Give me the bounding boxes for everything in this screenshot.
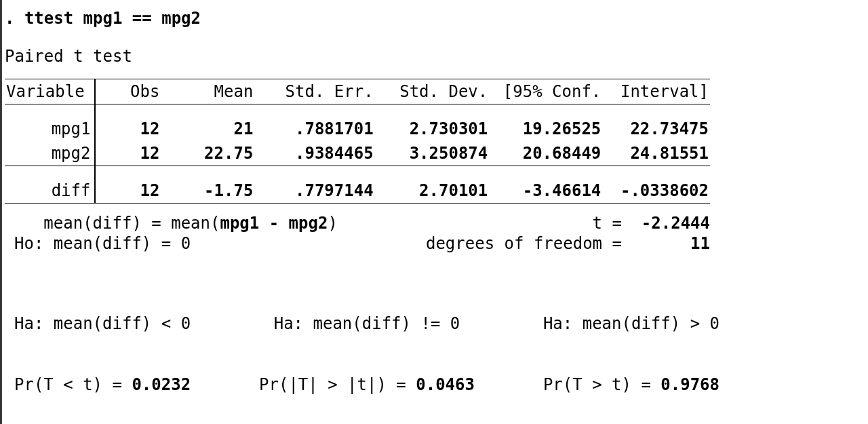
cell: .7797144 — [260, 178, 380, 204]
col-variable: Variable — [5, 79, 95, 104]
col-se: Std. Err. — [260, 79, 380, 104]
null-hypothesis: Ho: mean(diff) = 0 — [14, 233, 191, 254]
cell: 12 — [95, 117, 166, 141]
cell: .9384465 — [260, 141, 380, 166]
equation-block: mean(diff) = mean(mpg1 - mpg2) t = -2.24… — [5, 213, 710, 254]
cell: 24.81551 — [601, 141, 710, 166]
cell: -1.75 — [166, 178, 260, 204]
command-line: . ttest mpg1 == mpg2 — [5, 8, 861, 28]
cell: 3.250874 — [380, 141, 495, 166]
ha-line: Ha: mean(diff) > 0 — [543, 313, 719, 334]
stats-table: Variable Obs Mean Std. Err. Std. Dev. [9… — [5, 79, 710, 204]
table-header-row: Variable Obs Mean Std. Err. Std. Dev. [9… — [5, 79, 710, 104]
mean-diff-def: mean(diff) = mean(mpg1 - mpg2) — [14, 213, 338, 233]
col-ci-hi: Interval] — [601, 79, 710, 104]
cell: -3.46614 — [494, 178, 601, 204]
t-stat: t = -2.2444 — [593, 213, 710, 233]
table-row-diff: diff 12 -1.75 .7797144 2.70101 -3.46614 … — [5, 178, 710, 204]
row-name: mpg2 — [5, 141, 95, 166]
col-mean: Mean — [166, 79, 260, 104]
col-obs: Obs — [95, 79, 166, 104]
alt-less-than: Ha: mean(diff) < 0 Pr(T < t) = 0.0232 — [14, 273, 191, 424]
pr-line: Pr(T < t) = 0.0232 — [14, 374, 191, 395]
cell: -.0338602 — [601, 178, 710, 204]
cell: 2.730301 — [380, 117, 495, 141]
alt-not-equal: Ha: mean(diff) != 0 Pr(|T| > |t|) = 0.04… — [259, 273, 475, 424]
ha-line: Ha: mean(diff) < 0 — [14, 313, 191, 334]
degrees-of-freedom: degrees of freedom = 11 — [426, 233, 710, 254]
col-ci-lo: [95% Conf. — [494, 79, 601, 104]
cell: 19.26525 — [494, 117, 601, 141]
cell: 20.68449 — [494, 141, 601, 166]
cell: 22.73475 — [601, 117, 710, 141]
col-sd: Std. Dev. — [380, 79, 495, 104]
cell: 22.75 — [166, 141, 260, 166]
cell: .7881701 — [260, 117, 380, 141]
table-row: mpg1 12 21 .7881701 2.730301 19.26525 22… — [5, 117, 710, 141]
command-text: ttest mpg1 == mpg2 — [24, 9, 201, 28]
ha-line: Ha: mean(diff) != 0 — [259, 313, 475, 334]
cell: 12 — [95, 141, 166, 166]
cell: 2.70101 — [380, 178, 495, 204]
pr-line: Pr(|T| > |t|) = 0.0463 — [259, 374, 475, 395]
row-name: diff — [5, 178, 95, 204]
table-row: mpg2 12 22.75 .9384465 3.250874 20.68449… — [5, 141, 710, 166]
command-prefix: . — [5, 9, 24, 28]
alt-greater-than: Ha: mean(diff) > 0 Pr(T > t) = 0.9768 — [543, 273, 719, 424]
cell: 12 — [95, 178, 166, 204]
row-name: mpg1 — [5, 117, 95, 141]
alternative-hypotheses: Ha: mean(diff) < 0 Pr(T < t) = 0.0232 Ha… — [5, 273, 719, 424]
test-title: Paired t test — [5, 46, 861, 66]
pr-line: Pr(T > t) = 0.9768 — [543, 374, 719, 395]
cell: 21 — [166, 117, 260, 141]
